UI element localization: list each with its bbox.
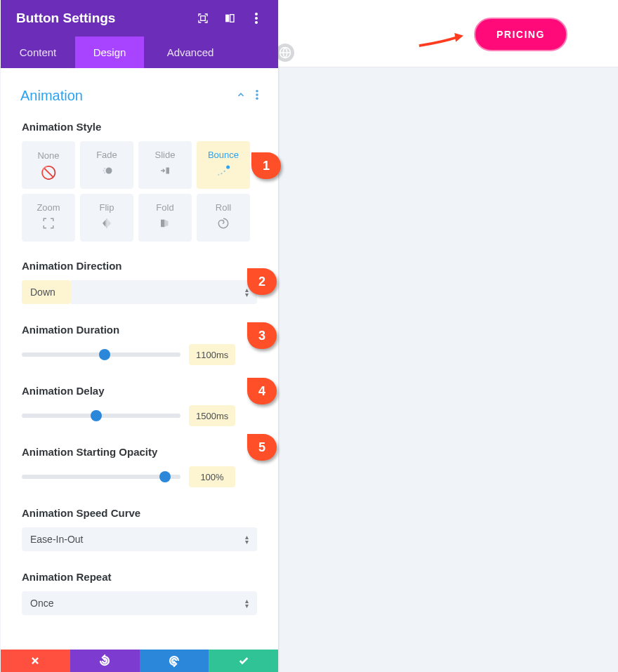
more-icon[interactable] xyxy=(250,13,263,24)
zoom-icon xyxy=(42,217,55,233)
section-title[interactable]: Animation xyxy=(20,88,83,104)
style-zoom[interactable]: Zoom xyxy=(22,194,75,242)
speed-curve-select[interactable]: Ease-In-Out▴▾ xyxy=(22,527,257,551)
direction-select[interactable]: Down xyxy=(22,280,71,304)
panel-footer xyxy=(1,650,278,672)
tab-advanced[interactable]: Advanced xyxy=(144,37,237,68)
chevron-updown-icon: ▴▾ xyxy=(245,598,249,608)
slide-icon xyxy=(159,164,171,180)
flip-icon xyxy=(100,217,113,233)
svg-rect-19 xyxy=(161,220,164,228)
svg-point-5 xyxy=(255,17,258,20)
panel-header: Button Settings xyxy=(1,0,278,37)
expand-icon[interactable] xyxy=(197,13,209,24)
style-fold[interactable]: Fold xyxy=(138,194,192,242)
tab-design[interactable]: Design xyxy=(75,37,144,68)
svg-point-12 xyxy=(103,170,104,171)
style-grid: None🚫 Fade Slide Bounce Zoom Flip Fold R… xyxy=(1,141,278,256)
style-roll[interactable]: Roll xyxy=(197,194,250,242)
slider-thumb[interactable] xyxy=(91,410,102,421)
svg-point-6 xyxy=(255,21,258,24)
annotation-arrow xyxy=(418,29,468,51)
svg-point-16 xyxy=(224,171,225,172)
help-link[interactable]: ? Help xyxy=(1,631,278,650)
callout-5: 5 xyxy=(247,434,277,461)
svg-point-17 xyxy=(221,173,222,174)
label-speed-curve: Animation Speed Curve xyxy=(1,507,278,519)
repeat-select[interactable]: Once▴▾ xyxy=(22,591,257,615)
svg-point-13 xyxy=(104,172,105,173)
fold-icon xyxy=(159,217,171,233)
label-opacity: Animation Starting Opacity xyxy=(1,446,278,458)
pricing-button[interactable]: PRICING xyxy=(474,18,567,51)
slider-thumb[interactable] xyxy=(159,471,171,482)
chevron-up-icon[interactable] xyxy=(236,90,246,103)
chevron-updown-icon: ▴▾ xyxy=(245,534,249,544)
tabs: Content Design Advanced xyxy=(1,37,278,68)
opacity-slider[interactable] xyxy=(22,475,180,479)
style-bounce[interactable]: Bounce xyxy=(197,141,250,189)
svg-point-7 xyxy=(256,90,258,93)
svg-point-9 xyxy=(256,97,258,100)
panel-title: Button Settings xyxy=(16,11,115,26)
none-icon: 🚫 xyxy=(41,165,56,180)
roll-icon xyxy=(217,217,230,233)
opacity-value[interactable]: 100% xyxy=(189,466,235,487)
svg-rect-1 xyxy=(201,16,206,21)
style-fade[interactable]: Fade xyxy=(80,141,133,189)
fade-icon xyxy=(100,164,113,180)
svg-point-8 xyxy=(256,93,258,96)
redo-button[interactable] xyxy=(140,650,209,672)
bounce-icon xyxy=(216,164,230,180)
svg-point-15 xyxy=(226,166,230,169)
label-direction: Animation Direction xyxy=(1,260,278,272)
globe-icon xyxy=(276,44,294,62)
svg-point-10 xyxy=(106,168,112,174)
svg-rect-14 xyxy=(166,168,170,174)
style-none[interactable]: None🚫 xyxy=(22,141,75,189)
undo-button[interactable] xyxy=(70,650,140,672)
columns-icon[interactable] xyxy=(223,13,236,24)
delay-value[interactable]: 1500ms xyxy=(189,405,235,426)
settings-panel: Button Settings Content Design Advanced … xyxy=(1,0,278,672)
callout-1: 1 xyxy=(251,152,281,179)
style-flip[interactable]: Flip xyxy=(80,194,133,242)
duration-slider[interactable] xyxy=(22,353,180,357)
delay-slider[interactable] xyxy=(22,414,180,418)
save-button[interactable] xyxy=(209,650,278,672)
slider-thumb[interactable] xyxy=(99,349,110,360)
panel-body: Animation Animation Style None🚫 Fade Sli… xyxy=(1,68,278,650)
tab-content[interactable]: Content xyxy=(1,37,75,68)
callout-4: 4 xyxy=(247,378,277,404)
label-style: Animation Style xyxy=(1,121,278,133)
chevron-updown-icon: ▴▾ xyxy=(245,287,249,297)
svg-point-11 xyxy=(104,168,105,169)
callout-2: 2 xyxy=(247,268,277,295)
style-slide[interactable]: Slide xyxy=(138,141,192,189)
svg-point-4 xyxy=(255,13,258,15)
cancel-button[interactable] xyxy=(1,650,70,672)
section-more-icon[interactable] xyxy=(256,90,258,103)
label-duration: Animation Duration xyxy=(1,324,278,336)
label-delay: Animation Delay xyxy=(1,385,278,397)
svg-rect-3 xyxy=(230,15,234,22)
svg-rect-2 xyxy=(225,15,229,22)
callout-3: 3 xyxy=(247,322,277,349)
duration-value[interactable]: 1100ms xyxy=(189,344,235,365)
label-repeat: Animation Repeat xyxy=(1,571,278,583)
direction-select-rest[interactable]: ▴▾ xyxy=(71,280,257,304)
svg-point-18 xyxy=(218,174,219,176)
